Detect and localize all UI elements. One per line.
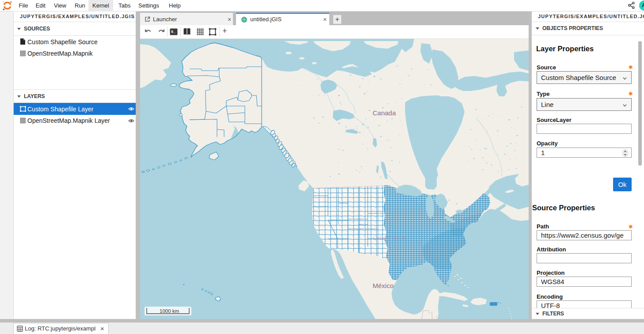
svg-text:Canada: Canada bbox=[373, 109, 396, 117]
svg-text:1000 km: 1000 km bbox=[160, 308, 179, 314]
svg-text:México: México bbox=[373, 282, 394, 289]
svg-text:$_: $_ bbox=[171, 30, 175, 34]
svg-text:United States: United States bbox=[373, 235, 408, 241]
